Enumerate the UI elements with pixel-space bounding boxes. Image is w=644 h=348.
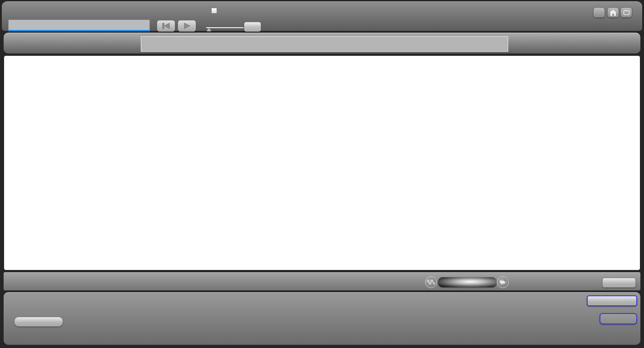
play-button[interactable]	[178, 20, 196, 32]
waveform-track[interactable]	[141, 36, 508, 52]
fullscreen-button[interactable]	[620, 7, 632, 18]
tempo-chart-canvas[interactable]	[31, 66, 605, 252]
speed-slider-thumb[interactable]	[207, 28, 211, 31]
waveform-panel	[4, 33, 640, 54]
tempo-velocity-mode-button[interactable]	[14, 317, 63, 327]
play-icon	[183, 23, 191, 29]
wave-small-button[interactable]	[425, 276, 437, 288]
top-toolbar	[2, 1, 642, 31]
home-button[interactable]	[607, 7, 619, 18]
volume-slider[interactable]	[438, 277, 497, 287]
info-bar	[4, 272, 640, 290]
fullscreen-icon	[623, 10, 630, 16]
ioi-button[interactable]	[599, 313, 637, 324]
track-name-input[interactable]	[8, 20, 150, 31]
waveform-canvas[interactable]	[141, 37, 508, 51]
page-flip-control[interactable]	[211, 8, 220, 14]
rewind-icon	[162, 23, 171, 29]
reset-button[interactable]	[244, 22, 261, 32]
speed-slider[interactable]	[206, 27, 243, 28]
waveform-icon	[499, 279, 507, 285]
version-button[interactable]	[593, 7, 605, 18]
screenshot-button[interactable]	[602, 278, 636, 288]
rewind-button[interactable]	[157, 20, 175, 32]
page-flip-checkbox[interactable]	[211, 8, 217, 14]
wave-large-button[interactable]	[497, 276, 509, 288]
sine-wave-icon	[427, 279, 435, 285]
app-window	[0, 0, 644, 348]
home-icon	[609, 10, 617, 16]
tempo-chart-panel	[4, 55, 640, 270]
share-screenshot-button[interactable]	[587, 295, 637, 306]
control-panel	[4, 292, 640, 345]
